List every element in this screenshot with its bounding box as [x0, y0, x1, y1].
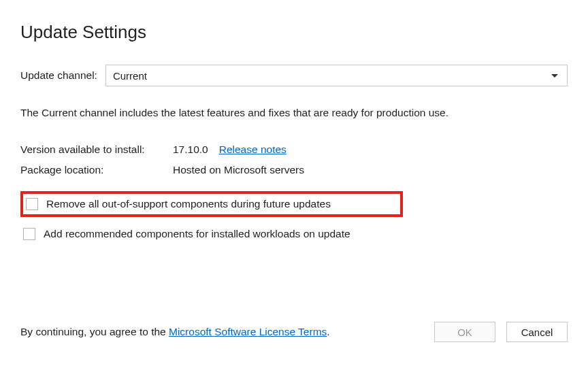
- release-notes-link[interactable]: Release notes: [219, 144, 287, 156]
- update-channel-select[interactable]: Current: [105, 65, 568, 86]
- update-channel-value: Current: [113, 70, 147, 82]
- license-terms-link[interactable]: Microsoft Software License Terms: [169, 326, 327, 337]
- dialog-buttons: OK Cancel: [434, 322, 568, 342]
- chevron-down-icon: [551, 74, 558, 78]
- version-label: Version available to install:: [20, 144, 173, 156]
- channel-description: The Current channel includes the latest …: [20, 107, 568, 119]
- add-components-row: Add recommended components for installed…: [20, 223, 568, 245]
- update-channel-select-wrap: Current: [105, 65, 568, 86]
- remove-components-checkbox[interactable]: [26, 198, 38, 210]
- version-row: Version available to install: 17.10.0 Re…: [20, 144, 568, 156]
- consent-suffix: .: [327, 326, 329, 337]
- package-row: Package location: Hosted on Microsoft se…: [20, 164, 568, 176]
- ok-button[interactable]: OK: [434, 322, 495, 342]
- version-value: 17.10.0: [173, 144, 208, 156]
- page-title: Update Settings: [20, 22, 568, 43]
- package-value: Hosted on Microsoft servers: [173, 164, 304, 176]
- remove-components-label: Remove all out-of-support components dur…: [46, 198, 331, 210]
- remove-components-row: Remove all out-of-support components dur…: [23, 195, 400, 213]
- add-components-label: Add recommended components for installed…: [44, 228, 350, 240]
- bottom-bar: By continuing, you agree to the Microsof…: [20, 322, 568, 342]
- version-value-group: 17.10.0 Release notes: [173, 144, 287, 156]
- checkbox-area: Remove all out-of-support components dur…: [20, 191, 568, 245]
- consent-prefix: By continuing, you agree to the: [20, 326, 169, 337]
- consent-text: By continuing, you agree to the Microsof…: [20, 326, 330, 338]
- add-components-checkbox[interactable]: [23, 228, 35, 240]
- update-channel-label: Update channel:: [20, 69, 97, 82]
- package-label: Package location:: [20, 164, 173, 176]
- highlighted-option: Remove all out-of-support components dur…: [20, 191, 403, 217]
- cancel-button[interactable]: Cancel: [506, 322, 568, 342]
- update-channel-row: Update channel: Current: [20, 65, 568, 86]
